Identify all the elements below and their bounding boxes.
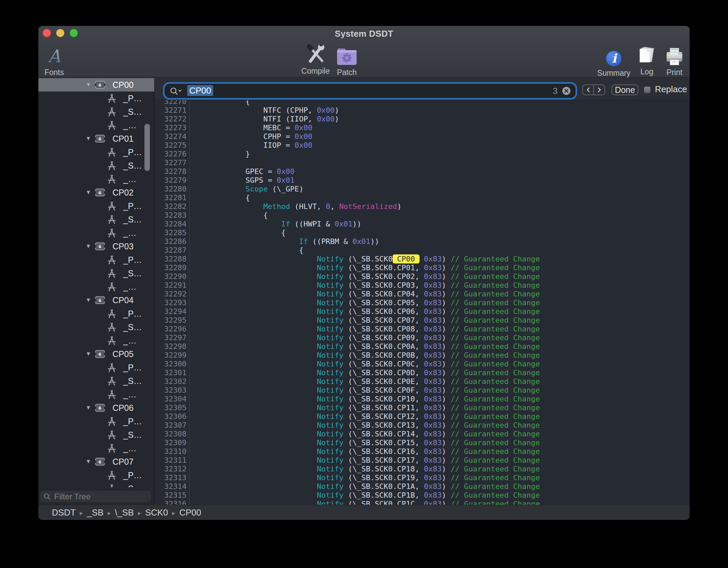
toolbar-compile-button[interactable]: Compile (301, 43, 330, 76)
disclosure-triangle-icon[interactable]: ▼ (86, 189, 95, 196)
breadcrumb: DSDT▸_SB▸\_SB▸SCK0▸CP00 (38, 505, 690, 520)
disclosure-triangle-icon[interactable]: ▼ (86, 135, 95, 142)
filter-tree-field[interactable] (40, 490, 152, 503)
line-number: 32292 (155, 290, 190, 298)
search-magnifier-icon[interactable] (170, 87, 183, 96)
tree-item[interactable]: _… (38, 334, 154, 347)
code-segment: ) (442, 368, 451, 377)
tree-item[interactable]: _… (38, 441, 154, 455)
tree-item[interactable]: _S… (38, 213, 154, 226)
disclosure-triangle-icon[interactable]: ▼ (86, 404, 95, 411)
code-segment: Notify (317, 307, 343, 316)
tree-item[interactable]: _P… (38, 92, 154, 105)
toolbar-fonts-button[interactable]: A Fonts (44, 44, 64, 77)
tree-item[interactable]: _P… (38, 199, 154, 213)
print-icon (665, 47, 684, 66)
tree-item[interactable]: ▼ CP01 (38, 132, 154, 145)
code-text: { (190, 228, 286, 237)
toolbar-log-button[interactable]: Log (637, 43, 657, 76)
tree-item[interactable]: _P… (38, 253, 154, 267)
tree-item[interactable]: _S… (38, 320, 154, 334)
code-segment: (\_SB.SCK0.CP0B, (343, 351, 424, 359)
tree-item[interactable]: _S… (38, 482, 154, 487)
next-match-button[interactable] (594, 85, 604, 95)
code-line: 32276 } (155, 150, 690, 158)
tree-item[interactable]: _P… (38, 468, 154, 482)
code-segment: // Guaranteed Change (451, 482, 540, 491)
search-field[interactable]: CP00 3 (165, 84, 575, 98)
toolbar-print-button[interactable]: Print (665, 44, 684, 77)
filter-tree-input[interactable] (54, 492, 159, 502)
code-segment: ) (442, 430, 451, 438)
breadcrumb-separator-icon: ▸ (80, 508, 83, 517)
code-segment: ) (442, 290, 451, 298)
tree-item[interactable]: _… (38, 280, 154, 293)
code-line: 32303 Notify (\_SB.SCK0.CP0F, 0x83) // G… (155, 386, 690, 395)
code-segment: // Guaranteed Change (451, 447, 540, 456)
tree-item[interactable]: _… (38, 118, 154, 132)
code-segment (192, 412, 317, 421)
match-count: 3 (553, 86, 558, 96)
tree-item[interactable]: ▼ CP04 (38, 293, 154, 307)
code-editor[interactable]: 32270 {32271 NTFC (CPHP, 0x00)32272 NTFI… (155, 100, 690, 505)
code-segment: Notify (317, 351, 343, 359)
tree-item[interactable]: ▼ CP02 (38, 186, 154, 199)
tree-item[interactable]: ▼ CP05 (38, 347, 154, 361)
breadcrumb-item[interactable]: _SB (87, 507, 103, 518)
code-segment: // Guaranteed Change (451, 368, 540, 377)
search-input[interactable]: CP00 (187, 85, 213, 96)
clear-search-icon[interactable] (562, 86, 571, 96)
disclosure-triangle-icon[interactable]: ▼ (86, 351, 95, 357)
tree-item[interactable]: _S… (38, 428, 154, 441)
sidebar-tree[interactable]: ▼ CP00 _P… _S… _…▼ CP01 _P… _S… _…▼ CP02… (38, 78, 154, 487)
tree-item[interactable]: _P… (38, 145, 154, 159)
tree-item-label: _P… (123, 94, 142, 103)
toolbar-patch-button[interactable]: Patch (336, 44, 357, 77)
done-button[interactable]: Done (611, 84, 638, 95)
disclosure-triangle-icon[interactable]: ▼ (86, 458, 95, 465)
code-text: CPHP = 0x00 (190, 132, 312, 141)
disclosure-triangle-icon[interactable]: ▼ (86, 243, 95, 250)
breadcrumb-item[interactable]: \_SB (115, 507, 134, 518)
tree-item[interactable]: _… (38, 388, 154, 401)
tree-item[interactable]: _S… (38, 159, 154, 172)
code-segment: ) (442, 342, 451, 351)
tree-item[interactable]: ▼ CP07 (38, 455, 154, 468)
code-segment (192, 316, 317, 324)
breadcrumb-item[interactable]: SCK0 (145, 507, 168, 518)
tree-item[interactable]: _… (38, 172, 154, 186)
sidebar-scrollbar[interactable] (144, 124, 150, 171)
tree-item[interactable]: ▼ CP00 (38, 78, 154, 92)
tree-item[interactable]: _P… (38, 307, 154, 320)
tree-item[interactable]: ▼ CP03 (38, 240, 154, 253)
code-text: { (190, 246, 303, 255)
code-segment: ) (442, 281, 451, 289)
title-bar[interactable]: System DSDT (38, 26, 690, 41)
tree-item[interactable]: ▼ CP06 (38, 401, 154, 415)
code-segment: Notify (317, 438, 343, 447)
tree-item[interactable]: _S… (38, 267, 154, 280)
replace-checkbox[interactable] (644, 86, 651, 93)
code-segment: Notify (317, 421, 343, 429)
tree-item[interactable]: _P… (38, 415, 154, 428)
breadcrumb-item[interactable]: CP00 (179, 507, 201, 518)
tree-item[interactable]: _… (38, 226, 154, 240)
disclosure-triangle-icon[interactable]: ▼ (86, 297, 95, 304)
breadcrumb-item[interactable]: DSDT (52, 507, 76, 518)
code-segment: { (192, 246, 303, 254)
code-text: Notify (\_SB.SCK0.CP15, 0x83) // Guarant… (190, 438, 540, 447)
code-text: Notify (\_SB.SCK0.CP18, 0x83) // Guarant… (190, 465, 540, 473)
code-segment: 0x83 (424, 447, 442, 456)
line-number: 32270 (155, 100, 190, 106)
tree-item[interactable]: _P… (38, 361, 154, 374)
tree-item[interactable]: _S… (38, 105, 154, 118)
app-window: System DSDT A Fonts Compile (38, 26, 690, 520)
disclosure-triangle-icon[interactable]: ▼ (86, 81, 95, 88)
tree-item-label: _S… (123, 430, 142, 440)
code-segment: )) (353, 220, 362, 228)
line-number: 32283 (155, 211, 190, 220)
previous-match-button[interactable] (583, 85, 594, 95)
tree-item[interactable]: _S… (38, 374, 154, 388)
toolbar-summary-button[interactable]: i Summary (597, 45, 630, 78)
line-number: 32313 (155, 473, 190, 482)
